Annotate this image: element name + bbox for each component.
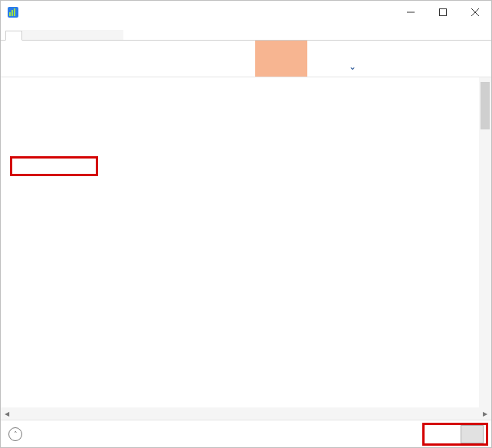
minimize-button[interactable] bbox=[395, 1, 427, 24]
header-name[interactable] bbox=[1, 41, 182, 77]
header-disk[interactable] bbox=[366, 41, 421, 77]
chevron-up-icon: ˄ bbox=[8, 427, 22, 441]
svg-rect-1 bbox=[9, 12, 11, 16]
svg-rect-2 bbox=[11, 10, 13, 16]
svg-rect-5 bbox=[440, 9, 447, 16]
tab-startup[interactable] bbox=[56, 30, 73, 40]
close-button[interactable] bbox=[459, 1, 491, 24]
scroll-left-icon[interactable]: ◀ bbox=[1, 407, 13, 420]
highlight-box-start bbox=[10, 156, 98, 176]
fewer-details-button[interactable]: ˄ bbox=[8, 427, 28, 441]
titlebar bbox=[1, 1, 491, 24]
header-cpu[interactable] bbox=[255, 41, 307, 77]
process-table bbox=[1, 77, 491, 407]
header-status[interactable] bbox=[182, 41, 255, 77]
scroll-thumb[interactable] bbox=[481, 82, 490, 129]
tab-details[interactable] bbox=[90, 30, 107, 40]
window-buttons bbox=[395, 1, 491, 24]
column-headers: ⌄ bbox=[1, 41, 491, 77]
end-task-button[interactable] bbox=[461, 425, 484, 443]
tab-performance[interactable] bbox=[22, 30, 39, 40]
task-manager-window: ⌄ ◀ ▶ ˄ bbox=[0, 0, 492, 448]
header-memory[interactable]: ⌄ bbox=[307, 41, 366, 77]
sort-indicator-icon: ⌄ bbox=[349, 61, 356, 72]
svg-rect-3 bbox=[14, 8, 15, 16]
tabs bbox=[1, 30, 491, 41]
tab-app-history[interactable] bbox=[39, 30, 56, 40]
app-icon bbox=[7, 6, 19, 18]
scroll-right-icon[interactable]: ▶ bbox=[479, 407, 491, 420]
header-network[interactable] bbox=[421, 41, 479, 77]
tab-users[interactable] bbox=[73, 30, 90, 40]
footer: ˄ bbox=[1, 420, 491, 447]
horizontal-scrollbar[interactable]: ◀ ▶ bbox=[1, 407, 491, 420]
vertical-scrollbar[interactable] bbox=[479, 77, 491, 407]
menubar bbox=[1, 24, 491, 30]
tab-services[interactable] bbox=[107, 30, 123, 40]
tab-processes[interactable] bbox=[5, 31, 22, 41]
maximize-button[interactable] bbox=[427, 1, 459, 24]
